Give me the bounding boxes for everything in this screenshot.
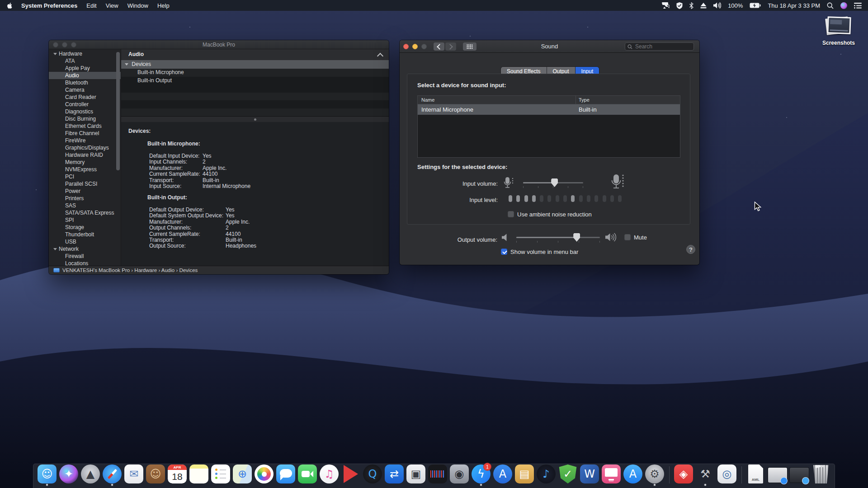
menubar-clock[interactable]: Thu 18 Apr 3 33 PM — [768, 2, 820, 9]
dock-teamviewer[interactable]: ⇄ — [384, 465, 404, 485]
menubar-menu-item[interactable]: View — [106, 2, 118, 9]
sysinfo-titlebar[interactable]: MacBook Pro — [49, 40, 389, 49]
menubar-menu-item[interactable]: Window — [127, 2, 148, 9]
ambient-noise-label[interactable]: Use ambient noise reduction — [517, 211, 592, 218]
notification-list-icon[interactable] — [854, 3, 862, 9]
pane-splitter[interactable] — [121, 116, 389, 122]
column-header-name[interactable]: Name — [418, 96, 576, 104]
dock-contacts[interactable]: ☺ — [146, 465, 165, 485]
dock-quicktime[interactable]: Q — [363, 465, 382, 485]
sidebar-item[interactable]: Card Reader — [49, 94, 121, 101]
dock-app-store[interactable]: A — [623, 465, 643, 485]
dock-facetime[interactable] — [297, 465, 317, 485]
table-row[interactable]: Internal Microphone Built-in — [418, 104, 680, 115]
sidebar-item[interactable]: Locations — [49, 260, 121, 266]
sidebar-item[interactable]: FireWire — [49, 137, 121, 144]
bluetooth-icon[interactable] — [689, 2, 693, 9]
sidebar-item[interactable]: Apple Pay — [49, 65, 121, 72]
volume-icon[interactable] — [713, 2, 721, 9]
show-volume-label[interactable]: Show volume in menu bar — [510, 249, 578, 255]
sidebar-item[interactable]: PCI — [49, 173, 121, 180]
sidebar-item[interactable]: Camera — [49, 86, 121, 94]
dock-unarchiver[interactable]: ▤ — [514, 465, 534, 485]
dock-launchpad[interactable]: ▲ — [80, 465, 100, 485]
sidebar-item[interactable]: SATA/SATA Express — [49, 209, 121, 216]
sidebar-item[interactable]: Printers — [49, 195, 121, 202]
sidebar-item[interactable]: Graphics/Displays — [49, 144, 121, 151]
dock-messages[interactable] — [276, 465, 296, 485]
dock-word[interactable]: W — [580, 465, 599, 485]
mute-label[interactable]: Mute — [634, 234, 647, 241]
dock-photo-booth[interactable]: ◉ — [449, 465, 469, 485]
dock-reminders[interactable] — [211, 465, 231, 485]
desktop-icon-screenshots[interactable]: Screenshots — [821, 16, 857, 46]
siri-icon[interactable] — [840, 2, 847, 9]
ambient-noise-checkbox[interactable] — [508, 211, 514, 217]
dock-anydesk[interactable]: A — [493, 465, 513, 485]
dock-aml-document[interactable]: AML — [746, 465, 766, 485]
sidebar-item[interactable]: SAS — [49, 202, 121, 209]
dock-calendar[interactable]: APR 18 — [167, 465, 187, 485]
sidebar-scrollbar[interactable] — [116, 52, 120, 170]
dock-itunes[interactable]: ♫ — [319, 465, 339, 485]
sidebar-item[interactable]: Memory — [49, 159, 121, 166]
dock-notes[interactable] — [189, 465, 209, 485]
devices-tree-root[interactable]: Devices — [121, 60, 389, 69]
dock-finder[interactable]: ☺ — [37, 465, 57, 485]
sidebar-item[interactable]: Hardware RAID — [49, 151, 121, 159]
sidebar-item[interactable]: Disc Burning — [49, 115, 121, 122]
sidebar-item[interactable]: Hardware — [49, 50, 121, 57]
collapse-chevron-icon[interactable] — [377, 53, 383, 59]
security-shield-icon[interactable] — [676, 2, 683, 9]
sidebar-item[interactable]: Storage — [49, 224, 121, 231]
disclosure-triangle-icon[interactable] — [125, 63, 128, 66]
sidebar-item[interactable]: Ethernet Cards — [49, 122, 121, 130]
dock-minimized-window-safari[interactable] — [789, 465, 809, 485]
mute-checkbox[interactable] — [624, 234, 631, 240]
sidebar-item[interactable]: SPI — [49, 216, 121, 224]
dock-red-launcher[interactable]: ◈ — [674, 465, 693, 485]
sidebar-item[interactable]: Diagnostics — [49, 108, 121, 115]
dock-siri[interactable]: ✦ — [59, 465, 79, 485]
dock-messenger[interactable]: ϟ 1 — [471, 465, 491, 485]
search-input[interactable] — [634, 43, 691, 50]
screen-mirroring-icon[interactable] — [662, 2, 670, 9]
menubar-menu-item[interactable]: Help — [157, 2, 170, 9]
sidebar-item[interactable]: USB — [49, 238, 121, 245]
dock-minimized-window-messenger[interactable] — [768, 465, 788, 485]
dock-divider-1[interactable] — [666, 465, 672, 485]
dock-preview[interactable]: ◎ — [717, 465, 737, 485]
dock-boom3d[interactable]: ♪ — [536, 465, 556, 485]
eject-icon[interactable] — [700, 3, 707, 9]
device-tree-item[interactable]: Built-in Microphone — [121, 69, 389, 77]
dock-maps[interactable]: ⊕ — [232, 465, 252, 485]
sidebar-item[interactable]: Fibre Channel — [49, 130, 121, 137]
sidebar-item[interactable]: Audio — [49, 72, 121, 79]
help-button[interactable]: ? — [686, 245, 695, 254]
dock-trash[interactable] — [811, 465, 831, 485]
dock-system-information[interactable]: ⚒ — [695, 465, 715, 485]
sidebar-item[interactable]: NVMExpress — [49, 166, 121, 173]
input-volume-slider[interactable] — [523, 182, 583, 183]
search-field[interactable] — [625, 42, 694, 51]
show-volume-checkbox[interactable] — [501, 249, 507, 255]
dock-divider-2[interactable] — [739, 465, 744, 485]
dock-photos[interactable] — [254, 465, 274, 485]
device-tree-item[interactable]: Built-in Output — [121, 77, 389, 85]
dock-adguard[interactable]: ✓ — [558, 465, 578, 485]
spotlight-search-icon[interactable] — [827, 2, 834, 9]
sidebar-item[interactable]: Network — [49, 245, 121, 253]
column-header-type[interactable]: Type — [576, 97, 590, 103]
sidebar-item[interactable]: Power — [49, 188, 121, 195]
dock-cleanmymac[interactable] — [601, 465, 621, 485]
apple-menu-icon[interactable] — [6, 2, 13, 9]
dock-audio-editor[interactable] — [428, 465, 448, 485]
dock-system-preferences[interactable]: ⚙ — [645, 465, 665, 485]
dock-media-player[interactable] — [341, 465, 361, 485]
sound-titlebar[interactable]: Sound — [400, 40, 699, 53]
output-volume-slider[interactable] — [516, 237, 600, 238]
menubar-menu-item[interactable]: Edit — [86, 2, 96, 9]
sidebar-item[interactable]: Firewall — [49, 253, 121, 260]
dock-safari[interactable] — [102, 465, 122, 485]
sidebar-item[interactable]: Bluetooth — [49, 79, 121, 86]
